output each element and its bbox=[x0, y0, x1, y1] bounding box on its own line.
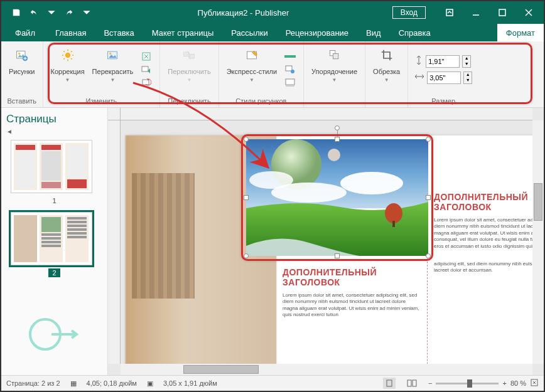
undo-more-icon[interactable] bbox=[44, 5, 59, 20]
zoom-control: − + 80 % bbox=[428, 378, 539, 388]
zoom-percent[interactable]: 80 % bbox=[510, 379, 526, 387]
crop-button[interactable]: Обрезка ▼ bbox=[369, 43, 404, 96]
fit-page-button[interactable] bbox=[530, 378, 539, 388]
styles-icon bbox=[242, 45, 262, 65]
scroll-thumb[interactable] bbox=[183, 365, 259, 374]
redo-button[interactable] bbox=[62, 5, 77, 20]
width-icon bbox=[414, 72, 424, 83]
sign-in-button[interactable]: Вход bbox=[392, 6, 426, 19]
recolor-button[interactable]: Перекрасить ▼ bbox=[89, 43, 138, 96]
height-input[interactable] bbox=[426, 55, 460, 68]
svg-rect-21 bbox=[143, 80, 149, 85]
ribbon-options-button[interactable] bbox=[437, 1, 462, 24]
compress-pictures-button[interactable] bbox=[139, 51, 153, 62]
arrange-button[interactable]: Упорядочение ▼ bbox=[308, 43, 361, 96]
two-page-view-button[interactable] bbox=[406, 378, 418, 389]
vertical-ruler bbox=[108, 120, 121, 364]
page-thumb-1[interactable]: 1 bbox=[11, 140, 99, 206]
horizontal-ruler bbox=[121, 108, 532, 120]
scroll-thumb[interactable] bbox=[534, 183, 542, 221]
status-size: 3,05 x 1,91 дюйм bbox=[163, 379, 217, 387]
tab-mailings[interactable]: Рассылки bbox=[222, 24, 276, 41]
svg-point-6 bbox=[18, 53, 20, 55]
dropdown-icon: ▼ bbox=[332, 77, 337, 83]
qat-customize-icon[interactable] bbox=[79, 5, 94, 20]
pictures-button[interactable]: Рисунки bbox=[5, 43, 39, 96]
svg-point-37 bbox=[249, 171, 293, 189]
resize-handle[interactable] bbox=[335, 137, 340, 142]
zoom-in-button[interactable]: + bbox=[502, 379, 506, 387]
selected-picture[interactable] bbox=[246, 139, 428, 256]
tab-home[interactable]: Главная bbox=[46, 24, 95, 41]
picture-recolor-icon bbox=[102, 45, 122, 65]
width-spinner[interactable]: ▲▼ bbox=[463, 72, 472, 84]
canvas-area[interactable]: ДОПОЛНИТЕЛЬНЫЙ ЗАГОЛОВОК Lorem ipsum dol… bbox=[108, 108, 544, 375]
reset-picture-button[interactable] bbox=[139, 77, 153, 88]
svg-rect-26 bbox=[286, 66, 292, 71]
svg-point-18 bbox=[109, 53, 111, 55]
svg-rect-0 bbox=[446, 9, 453, 16]
svg-line-13 bbox=[63, 51, 65, 52]
zoom-out-button[interactable]: − bbox=[428, 379, 432, 387]
picture-shape-button[interactable] bbox=[283, 64, 297, 75]
brightness-icon bbox=[58, 45, 78, 65]
svg-rect-29 bbox=[286, 85, 294, 87]
tab-file[interactable]: Файл bbox=[4, 24, 46, 41]
tab-format[interactable]: Формат bbox=[497, 24, 544, 41]
window-title: Публикация2 - Publisher bbox=[94, 8, 392, 18]
width-input[interactable] bbox=[427, 72, 461, 84]
tab-help[interactable]: Справка bbox=[390, 24, 440, 41]
height-spinner[interactable]: ▲▼ bbox=[462, 55, 471, 68]
express-styles-button[interactable]: Экспресс-стили ▼ bbox=[223, 43, 281, 96]
change-picture-button[interactable] bbox=[139, 64, 153, 75]
maximize-button[interactable] bbox=[490, 1, 515, 24]
svg-rect-39 bbox=[392, 221, 395, 227]
vertical-scrollbar[interactable] bbox=[532, 120, 544, 364]
swap-icon bbox=[179, 45, 199, 65]
resize-handle[interactable] bbox=[426, 253, 431, 258]
tab-pagelayout[interactable]: Макет страницы bbox=[143, 24, 223, 41]
close-button[interactable] bbox=[516, 1, 541, 24]
tab-insert[interactable]: Вставка bbox=[95, 24, 143, 41]
page-column-right: ДОПОЛНИТЕЛЬНЫЙ ЗАГОЛОВОК Lorem ipsum dol… bbox=[427, 135, 532, 364]
resize-handle[interactable] bbox=[426, 137, 431, 142]
resize-handle[interactable] bbox=[244, 137, 249, 142]
svg-line-16 bbox=[71, 51, 72, 52]
corrections-button[interactable]: Коррекция ▼ bbox=[47, 43, 89, 96]
resize-handle[interactable] bbox=[335, 253, 340, 258]
svg-rect-41 bbox=[407, 380, 411, 386]
ribbon-group-size: ▲▼ ▲▼ Размер bbox=[408, 41, 478, 107]
svg-line-15 bbox=[63, 58, 65, 60]
collapse-icon[interactable]: ◄ bbox=[6, 128, 102, 135]
svg-point-34 bbox=[328, 149, 340, 161]
ruler-corner bbox=[108, 108, 121, 120]
picture-caption-button[interactable] bbox=[283, 77, 297, 88]
svg-point-8 bbox=[65, 53, 70, 58]
crop-icon bbox=[377, 45, 397, 65]
resize-handle[interactable] bbox=[426, 195, 431, 200]
minimize-button[interactable] bbox=[463, 1, 488, 24]
save-button[interactable] bbox=[9, 5, 24, 20]
single-page-view-button[interactable] bbox=[383, 378, 396, 389]
picture-border-button[interactable] bbox=[283, 51, 297, 62]
resize-handle[interactable] bbox=[244, 195, 249, 200]
dropdown-icon: ▼ bbox=[249, 77, 254, 83]
ribbon-group-picture-styles: Экспресс-стили ▼ Стили рисунков bbox=[219, 41, 304, 107]
dropdown-icon: ▼ bbox=[384, 77, 389, 83]
tab-review[interactable]: Рецензирование bbox=[277, 24, 357, 41]
tab-view[interactable]: Вид bbox=[357, 24, 390, 41]
undo-button[interactable] bbox=[26, 5, 41, 20]
switch-button: Переключить ▼ bbox=[164, 43, 214, 96]
svg-line-14 bbox=[71, 58, 72, 60]
document-viewport[interactable]: ДОПОЛНИТЕЛЬНЫЙ ЗАГОЛОВОК Lorem ipsum dol… bbox=[121, 120, 532, 364]
ribbon-group-insert: Рисунки Вставить bbox=[1, 41, 43, 107]
page-thumb-2[interactable]: 2 bbox=[11, 212, 99, 278]
svg-rect-42 bbox=[413, 380, 416, 386]
horizontal-scrollbar[interactable] bbox=[121, 364, 532, 375]
rotate-handle[interactable] bbox=[335, 125, 340, 130]
svg-rect-40 bbox=[387, 380, 392, 386]
svg-point-35 bbox=[340, 172, 403, 194]
status-page: Страница: 2 из 2 bbox=[6, 379, 60, 387]
resize-handle[interactable] bbox=[244, 253, 249, 258]
zoom-slider[interactable] bbox=[436, 383, 499, 384]
